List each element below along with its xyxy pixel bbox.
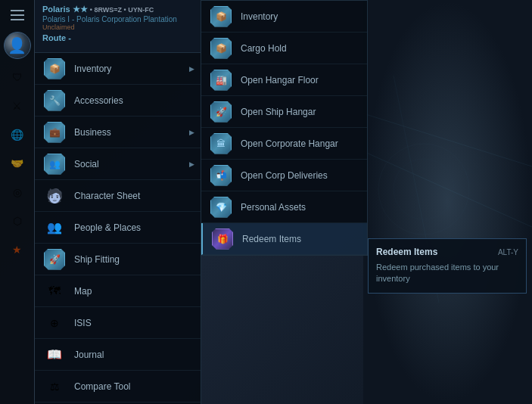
location-route: Route - bbox=[42, 33, 193, 42]
svg-line-0 bbox=[363, 113, 532, 166]
people-places-label: People & Places bbox=[74, 222, 141, 233]
sidebar-icon-warfare[interactable]: ⚔ bbox=[4, 92, 31, 120]
compare-tool-icon: ⚖ bbox=[42, 374, 67, 399]
character-sheet-label: Character Sheet bbox=[74, 191, 140, 201]
people-places-icon: 👥 bbox=[42, 216, 67, 240]
submenu-redeem-icon: 🎁 bbox=[210, 227, 235, 251]
menu-item-map[interactable]: 🗺 Map bbox=[35, 275, 201, 307]
svg-line-1 bbox=[363, 151, 532, 227]
location-system: Polaris ★★ • 8RWS=Z • UYN-FC bbox=[42, 5, 193, 14]
submenu-hangar-floor-label: Open Hangar Floor bbox=[241, 75, 319, 85]
menu-item-business[interactable]: 💼 Business bbox=[35, 117, 201, 148]
submenu-inventory-label: Inventory bbox=[241, 11, 278, 22]
journal-label: Journal bbox=[74, 350, 104, 360]
menu-item-accessories[interactable]: 🔧 Accessories bbox=[35, 85, 201, 117]
sidebar-icon-neocom[interactable]: ★ bbox=[4, 236, 31, 263]
menu-item-people-places[interactable]: 👥 People & Places bbox=[35, 212, 201, 244]
sidebar-icon-agent[interactable]: 🤝 bbox=[4, 150, 31, 177]
menu-item-journal[interactable]: 📖 Journal bbox=[35, 339, 201, 371]
submenu-cargo-icon: 📦 bbox=[209, 36, 233, 61]
menu-item-isis[interactable]: ⊕ ISIS bbox=[35, 307, 201, 339]
submenu-item-corp-deliveries[interactable]: 📬 Open Corp Deliveries bbox=[201, 160, 367, 191]
inventory-label: Inventory bbox=[74, 64, 111, 74]
menu-line bbox=[11, 10, 24, 11]
submenu-item-ship-hangar[interactable]: 🚀 Open Ship Hangar bbox=[201, 96, 367, 128]
sidebar-icon-corporation[interactable]: 🛡 bbox=[4, 64, 31, 91]
map-label: Map bbox=[74, 286, 92, 297]
business-icon: 💼 bbox=[42, 120, 67, 145]
menu-item-social[interactable]: 👥 Social bbox=[35, 148, 201, 180]
isis-label: ISIS bbox=[74, 318, 92, 328]
isis-icon: ⊕ bbox=[42, 311, 67, 335]
tooltip-header: Redeem Items ALT-Y bbox=[376, 247, 518, 257]
menu-line bbox=[11, 19, 24, 20]
submenu-corp-deliveries-icon: 📬 bbox=[209, 163, 233, 188]
submenu-inventory-icon: 📦 bbox=[209, 5, 233, 29]
submenu-ship-hangar-icon: 🚀 bbox=[209, 100, 233, 124]
sidebar-icon-planet[interactable]: 🌐 bbox=[4, 121, 31, 148]
compare-tool-label: Compare Tool bbox=[74, 381, 130, 392]
submenu-cargo-label: Cargo Hold bbox=[241, 43, 287, 54]
sidebar: 🛡 ⚔ 🌐 🤝 ◎ ⬡ ★ bbox=[0, 0, 35, 404]
svg-point-3 bbox=[378, 144, 469, 235]
map-icon: 🗺 bbox=[42, 279, 67, 303]
submenu-item-hangar-floor[interactable]: 🏭 Open Hangar Floor bbox=[201, 64, 367, 96]
ship-fitting-icon: 🚀 bbox=[42, 247, 67, 272]
tooltip-title: Redeem Items bbox=[376, 247, 437, 257]
business-label: Business bbox=[74, 127, 111, 138]
inventory-icon: 📦 bbox=[42, 57, 67, 81]
submenu-hangar-floor-icon: 🏭 bbox=[209, 68, 233, 92]
submenu-item-corporate-hangar[interactable]: 🏛 Open Corporate Hangar bbox=[201, 128, 367, 160]
redeem-items-tooltip: Redeem Items ALT-Y Redeem purchased item… bbox=[368, 238, 527, 294]
svg-point-4 bbox=[394, 159, 454, 219]
menu-item-compare-tool[interactable]: ⚖ Compare Tool bbox=[35, 371, 201, 402]
submenu-corp-hangar-label: Open Corporate Hangar bbox=[241, 138, 338, 149]
submenu-item-personal-assets[interactable]: 💎 Personal Assets bbox=[201, 191, 367, 223]
character-portrait[interactable] bbox=[4, 32, 31, 59]
location-station: Polaris I - Polaris Corporation Plantati… bbox=[42, 15, 193, 23]
menu-item-character-sheet[interactable]: 🧑 Character Sheet bbox=[35, 180, 201, 212]
submenu-redeem-label: Redeem Items bbox=[242, 234, 301, 244]
location-status: Unclaimed bbox=[42, 23, 193, 31]
submenu-corp-hangar-icon: 🏛 bbox=[209, 132, 233, 156]
submenu-item-redeem-items[interactable]: 🎁 Redeem Items bbox=[201, 223, 367, 255]
sidebar-icon-navigation[interactable]: ◎ bbox=[4, 179, 31, 206]
submenu-ship-hangar-label: Open Ship Hangar bbox=[241, 107, 316, 117]
menu-line bbox=[11, 14, 24, 16]
social-icon: 👥 bbox=[42, 152, 67, 176]
menu-item-inventory[interactable]: 📦 Inventory bbox=[35, 53, 201, 85]
tooltip-description: Redeem purchased items to your inventory bbox=[376, 262, 518, 285]
location-path-text: • 8RWS=Z • UYN-FC bbox=[90, 6, 154, 14]
accessories-icon: 🔧 bbox=[42, 89, 67, 113]
location-bar: Polaris ★★ • 8RWS=Z • UYN-FC Polaris I -… bbox=[35, 0, 201, 53]
menu-item-ship-fitting[interactable]: 🚀 Ship Fitting bbox=[35, 244, 201, 275]
social-label: Social bbox=[74, 159, 99, 169]
left-menu: Polaris ★★ • 8RWS=Z • UYN-FC Polaris I -… bbox=[35, 0, 201, 404]
inventory-submenu: 📦 Inventory 📦 Cargo Hold 🏭 Open Hangar F… bbox=[201, 0, 368, 256]
menu-button[interactable] bbox=[2, 3, 33, 27]
sidebar-icon-structure[interactable]: ⬡ bbox=[4, 207, 31, 235]
tooltip-shortcut: ALT-Y bbox=[498, 248, 518, 256]
submenu-corp-deliveries-label: Open Corp Deliveries bbox=[241, 170, 328, 181]
character-sheet-icon: 🧑 bbox=[42, 184, 67, 208]
submenu-item-cargo-hold[interactable]: 📦 Cargo Hold bbox=[201, 33, 367, 64]
journal-icon: 📖 bbox=[42, 343, 67, 367]
submenu-item-inventory[interactable]: 📦 Inventory bbox=[201, 1, 367, 33]
ship-fitting-label: Ship Fitting bbox=[74, 254, 120, 265]
submenu-personal-assets-label: Personal Assets bbox=[241, 202, 306, 213]
accessories-label: Accessories bbox=[74, 95, 123, 106]
submenu-personal-assets-icon: 💎 bbox=[209, 195, 233, 219]
